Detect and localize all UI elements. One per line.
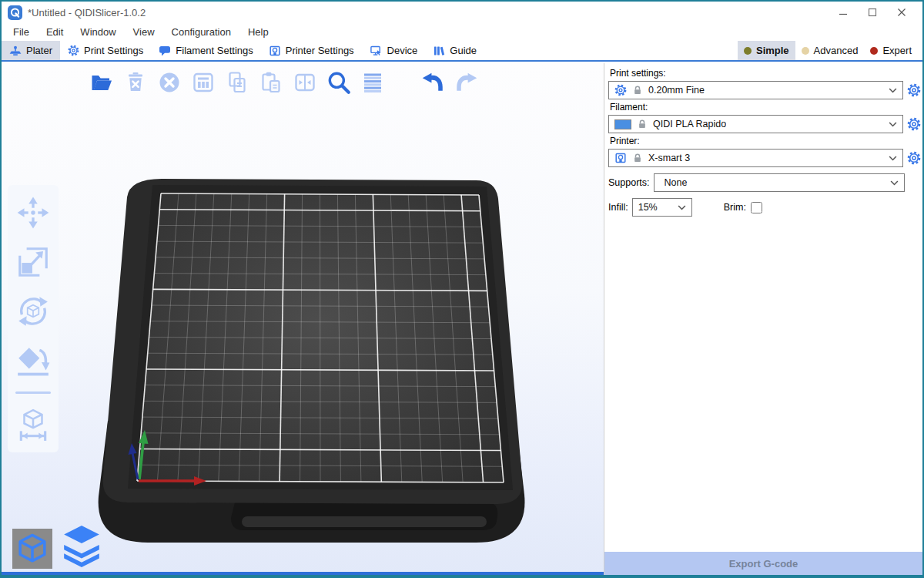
printer-gear-button[interactable] (907, 151, 921, 165)
plater-toolbar (88, 68, 480, 97)
close-button[interactable] (887, 3, 916, 22)
supports-select[interactable]: None (654, 173, 905, 192)
tab-label: Filament Settings (176, 45, 253, 56)
mode-label: Expert (882, 45, 912, 56)
print-bed[interactable] (92, 174, 531, 553)
menu-edit[interactable]: Edit (38, 25, 72, 39)
tab-label: Guide (450, 45, 477, 56)
window-title: *Untitled - QIDISlicer-1.0.2 (28, 7, 146, 18)
gear-icon (68, 45, 79, 56)
chevron-down-icon (889, 88, 897, 93)
title-bar: *Untitled - QIDISlicer-1.0.2 (2, 2, 922, 23)
brim-checkbox[interactable] (751, 202, 762, 213)
print-settings-gear-button[interactable] (907, 83, 921, 97)
tab-print-settings[interactable]: Print Settings (60, 41, 151, 60)
editor-3d-view-button[interactable] (12, 529, 52, 569)
view-mode-toggles (12, 523, 103, 569)
print-settings-label: Print settings: (610, 68, 921, 79)
menu-help[interactable]: Help (239, 25, 277, 39)
print-settings-select[interactable]: 0.20mm Fine (608, 81, 903, 99)
filament-value: QIDI PLA Rapido (653, 119, 726, 129)
filament-bubble-icon (159, 45, 171, 57)
mode-label: Advanced (814, 45, 859, 56)
printer-icon (614, 152, 627, 164)
viewport-bottom-accent (2, 572, 604, 575)
tab-plater[interactable]: Plater (2, 41, 60, 60)
app-window: *Untitled - QIDISlicer-1.0.2 File Edit W… (0, 0, 924, 578)
tab-filament-settings[interactable]: Filament Settings (151, 41, 260, 60)
undo-button[interactable] (419, 68, 447, 97)
copy-button[interactable] (223, 68, 251, 97)
simple-dot-icon (744, 47, 752, 55)
print-settings-value: 0.20mm Fine (648, 85, 705, 96)
lock-icon (632, 85, 643, 96)
printer-value: X-smart 3 (648, 153, 690, 163)
tab-label: Device (387, 45, 418, 56)
maximize-button[interactable] (858, 3, 887, 22)
menu-window[interactable]: Window (72, 25, 124, 39)
minimize-button[interactable] (829, 3, 858, 22)
tab-device[interactable]: Device (362, 41, 426, 60)
tab-label: Print Settings (84, 45, 143, 56)
delete-all-button[interactable] (156, 68, 183, 97)
move-button[interactable] (15, 194, 52, 231)
menu-file[interactable]: File (5, 25, 38, 39)
tab-printer-settings[interactable]: Printer Settings (261, 41, 362, 60)
settings-sidebar: Print settings: 0.20mm Fine Filament: QI… (604, 63, 922, 575)
printer-label: Printer: (610, 136, 921, 147)
preview-layers-view-button[interactable] (60, 523, 103, 569)
paste-button[interactable] (257, 68, 285, 97)
filament-select[interactable]: QIDI PLA Rapido (608, 115, 903, 133)
tab-guide[interactable]: Guide (425, 41, 484, 60)
supports-value: None (660, 177, 688, 188)
redo-button[interactable] (453, 68, 480, 97)
filament-gear-button[interactable] (907, 117, 921, 131)
toolbar-divider (15, 391, 51, 394)
viewport-3d[interactable] (2, 63, 604, 575)
filament-label: Filament: (610, 102, 921, 113)
tab-label: Plater (26, 45, 52, 56)
chevron-down-icon (889, 156, 897, 161)
rotate-button[interactable] (15, 293, 52, 330)
chevron-down-icon (890, 180, 899, 186)
infill-value: 15% (638, 202, 658, 213)
brim-label: Brim: (724, 202, 746, 213)
lock-icon (632, 153, 643, 163)
filament-color-swatch (614, 119, 631, 129)
device-monitor-icon (370, 45, 383, 57)
printer-icon (269, 45, 281, 57)
split-to-objects-button[interactable] (291, 68, 319, 97)
arrange-button[interactable] (189, 68, 217, 97)
mode-label: Simple (756, 45, 789, 56)
place-on-face-button[interactable] (15, 342, 52, 379)
mode-simple[interactable]: Simple (738, 41, 795, 60)
mode-switcher: Simple Advanced Expert (738, 41, 922, 60)
printer-select[interactable]: X-smart 3 (608, 149, 903, 167)
infill-label: Infill: (608, 202, 628, 213)
books-icon (433, 45, 445, 57)
search-button[interactable] (325, 68, 353, 97)
open-file-button[interactable] (88, 68, 116, 97)
plater-icon (9, 45, 22, 57)
menu-bar: File Edit Window View Configuration Help (2, 23, 922, 41)
mode-advanced[interactable]: Advanced (795, 41, 865, 60)
menu-view[interactable]: View (125, 25, 163, 39)
supports-label: Supports: (608, 177, 650, 188)
chevron-down-icon (889, 122, 897, 127)
object-manipulation-toolbar (8, 185, 59, 452)
scale-button[interactable] (15, 244, 52, 281)
mode-expert[interactable]: Expert (864, 41, 918, 60)
delete-button[interactable] (122, 68, 149, 97)
tab-bar: Plater Print Settings Filament Settings … (2, 41, 922, 62)
gear-icon (614, 84, 627, 96)
advanced-dot-icon (802, 47, 809, 55)
variable-layer-height-button[interactable] (359, 68, 387, 97)
chevron-down-icon (678, 205, 686, 210)
expert-dot-icon (870, 47, 878, 55)
lock-icon (637, 119, 648, 129)
export-gcode-button[interactable]: Export G-code (604, 552, 922, 575)
infill-select[interactable]: 15% (632, 198, 692, 217)
menu-configuration[interactable]: Configuration (163, 25, 239, 39)
tab-label: Printer Settings (286, 45, 354, 56)
measure-button[interactable] (15, 406, 52, 443)
